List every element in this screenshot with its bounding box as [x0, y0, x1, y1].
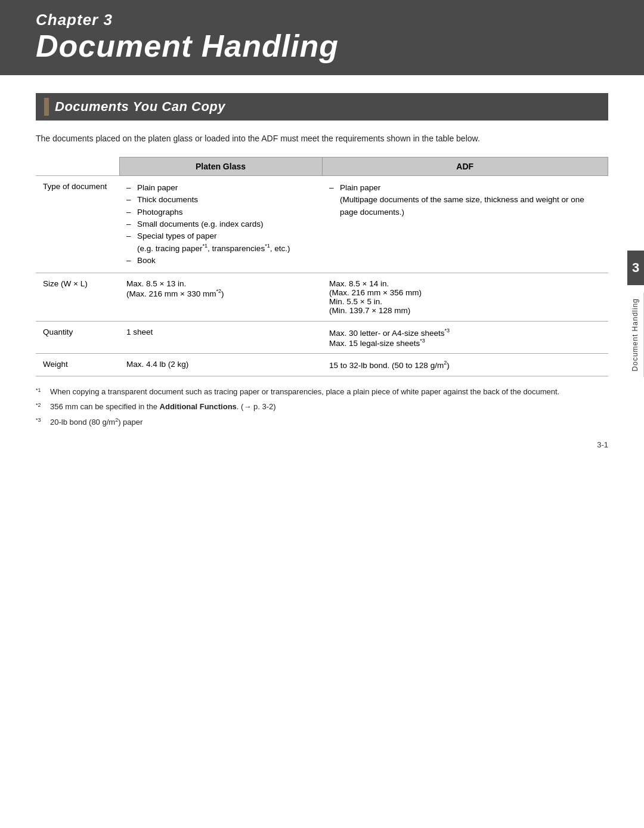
- platen-weight: Max. 4.4 lb (2 kg): [119, 354, 322, 376]
- adf-size: Max. 8.5 × 14 in. (Max. 216 mm × 356 mm)…: [322, 273, 608, 322]
- footnote-marker-3: *3: [36, 416, 50, 428]
- row-label-quantity: Quantity: [36, 322, 119, 354]
- chapter-label: Chapter 3: [36, 11, 608, 29]
- section-header: Documents You Can Copy: [36, 93, 608, 121]
- footnote-marker-1: *1: [36, 386, 50, 398]
- table-row: Type of document –Plain paper –Thick doc…: [36, 176, 608, 273]
- row-label-type: Type of document: [36, 176, 119, 273]
- chapter-tab-text: Document Handling: [627, 292, 644, 377]
- col-platen-header: Platen Glass: [119, 157, 322, 176]
- platen-type: –Plain paper –Thick documents –Photograp…: [119, 176, 322, 273]
- footnote-marker-2: *2: [36, 401, 50, 413]
- documents-table: Platen Glass ADF Type of document –Plain…: [36, 157, 608, 376]
- adf-weight: 15 to 32-lb bond. (50 to 128 g/m2): [322, 354, 608, 376]
- table-row: Quantity 1 sheet Max. 30 letter- or A4-s…: [36, 322, 608, 354]
- tab-number: 3: [632, 260, 639, 276]
- platen-size: Max. 8.5 × 13 in. (Max. 216 mm × 330 mm*…: [119, 273, 322, 322]
- footnotes-section: *1 When copying a transparent document s…: [36, 386, 608, 429]
- row-label-weight: Weight: [36, 354, 119, 376]
- footnote-1: *1 When copying a transparent document s…: [36, 386, 608, 398]
- section-bar: [44, 98, 49, 116]
- row-label-size: Size (W × L): [36, 273, 119, 322]
- platen-quantity: 1 sheet: [119, 322, 322, 354]
- page-number: 3-1: [597, 440, 608, 449]
- chapter-tab-number: 3: [627, 251, 644, 285]
- footnote-3: *3 20-lb bond (80 g/m2) paper: [36, 416, 608, 429]
- table-row: Weight Max. 4.4 lb (2 kg) 15 to 32-lb bo…: [36, 354, 608, 376]
- chapter-title: Document Handling: [36, 29, 608, 69]
- section-title: Documents You Can Copy: [55, 99, 225, 115]
- chapter-header: Chapter 3 Document Handling: [0, 0, 644, 75]
- adf-quantity: Max. 30 letter- or A4-size sheets*3 Max.…: [322, 322, 608, 354]
- footnote-text-1: When copying a transparent document such…: [50, 386, 559, 398]
- adf-type: –Plain paper (Multipage documents of the…: [322, 176, 608, 273]
- col-adf-header: ADF: [322, 157, 608, 176]
- table-row: Size (W × L) Max. 8.5 × 13 in. (Max. 216…: [36, 273, 608, 322]
- footnote-text-2: 356 mm can be specified in the Additiona…: [50, 401, 276, 413]
- footnote-text-3: 20-lb bond (80 g/m2) paper: [50, 416, 143, 429]
- intro-text: The documents placed on the platen glass…: [36, 132, 608, 145]
- footnote-2: *2 356 mm can be specified in the Additi…: [36, 401, 608, 413]
